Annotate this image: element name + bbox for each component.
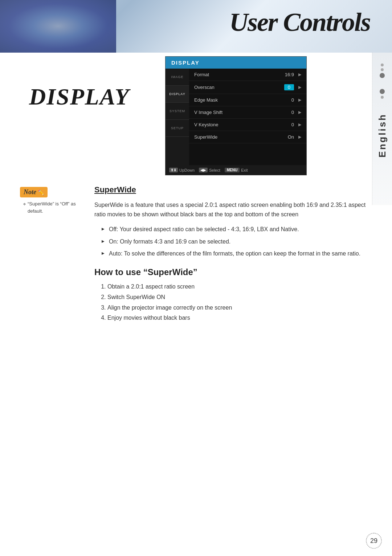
osd-vkeystone-arrow: ▶ [298, 122, 301, 127]
dot [380, 89, 385, 94]
osd-format-value: 16:9 [285, 72, 294, 77]
dot-group-1 [380, 64, 385, 78]
osd-row-overscan[interactable]: Overscan 0 ▶ [189, 81, 306, 94]
dot-group-2 [380, 89, 385, 99]
osd-content: Format 16:9 ▶ Overscan 0 ▶ Edge Mask 0 ▶ [189, 69, 306, 165]
osd-format-label: Format [194, 72, 209, 77]
osd-sidebar-image[interactable]: IMAGE [166, 69, 189, 86]
osd-select-btn: ◀▶ Select [199, 168, 220, 172]
dot [381, 96, 384, 99]
osd-vkeystone-value: 0 [291, 122, 294, 127]
header: User Controls [0, 0, 392, 53]
superwide-section-title: SuperWide [94, 185, 370, 195]
osd-updown-label: UpDown [179, 168, 195, 172]
dot [381, 64, 384, 66]
superwide-bullets: Off: Your desired aspect ratio can be se… [102, 225, 370, 258]
osd-vimageshift-label: V Image Shift [194, 110, 222, 115]
osd-menu-btn: MENU Exit [225, 168, 248, 172]
main-content: SuperWide SuperWide is a feature that us… [22, 185, 370, 323]
osd-superwide-arrow: ▶ [298, 135, 301, 139]
dot [380, 73, 385, 78]
osd-row-edgemask[interactable]: Edge Mask 0 ▶ [189, 94, 306, 106]
menu-key: MENU [225, 168, 240, 172]
osd-sidebar: IMAGE DISPLAY SYSTEM SETUP [166, 69, 189, 165]
osd-superwide-value: On [288, 134, 294, 140]
page-number: 29 [366, 533, 382, 549]
right-decoration: English [372, 53, 392, 205]
osd-exit-label: Exit [241, 168, 248, 172]
dot [381, 68, 384, 71]
step-2: Switch SuperWide ON [107, 292, 370, 303]
osd-vimageshift-value: 0 [291, 110, 294, 115]
osd-header: Display [166, 57, 306, 69]
superwide-description: SuperWide is a feature that uses a speci… [94, 200, 370, 219]
updown-icon: ⬆⬇ [169, 168, 178, 172]
osd-row-superwide[interactable]: SuperWide On ▶ [189, 131, 306, 143]
bullet-item-on: On: Only formats 4:3 and 16:9 can be sel… [102, 237, 370, 246]
osd-menu: Display IMAGE DISPLAY SYSTEM SETUP Forma… [165, 56, 307, 175]
osd-select-label: Select [209, 168, 220, 172]
how-to-title: How to use “SuperWide” [94, 267, 370, 277]
osd-vimageshift-arrow: ▶ [298, 110, 301, 115]
osd-sidebar-setup[interactable]: SETUP [166, 120, 189, 137]
osd-row-vimageshift[interactable]: V Image Shift 0 ▶ [189, 106, 306, 119]
how-to-steps: Obtain a 2.0:1 aspect ratio screen Switc… [107, 282, 370, 323]
osd-row-format[interactable]: Format 16:9 ▶ [189, 69, 306, 81]
osd-footer: ⬆⬇ UpDown ◀▶ Select MENU Exit [166, 165, 306, 175]
lens-decoration [0, 0, 116, 53]
step-3: Align the projector image correctly on t… [107, 303, 370, 313]
bullet-item-auto: Auto: To solve the differences of the fi… [102, 249, 370, 258]
osd-edgemask-arrow: ▶ [298, 98, 301, 102]
osd-sidebar-display[interactable]: DISPLAY [166, 86, 189, 103]
osd-vkeystone-label: V Keystone [194, 122, 219, 127]
osd-overscan-value: 0 [284, 84, 294, 90]
osd-overscan-label: Overscan [194, 85, 215, 90]
osd-body: IMAGE DISPLAY SYSTEM SETUP Format 16:9 ▶… [166, 69, 306, 165]
osd-updown-btn: ⬆⬇ UpDown [169, 168, 195, 172]
osd-edgemask-value: 0 [291, 97, 294, 103]
page-title: User Controls [229, 7, 370, 37]
content-indented: SuperWide SuperWide is a feature that us… [94, 185, 370, 323]
osd-sidebar-system[interactable]: SYSTEM [166, 103, 189, 120]
osd-overscan-arrow: ▶ [298, 85, 301, 90]
osd-empty-space [189, 143, 306, 165]
osd-superwide-label: SuperWide [194, 134, 217, 140]
osd-row-vkeystone[interactable]: V Keystone 0 ▶ [189, 119, 306, 131]
step-1: Obtain a 2.0:1 aspect ratio screen [107, 282, 370, 292]
english-label: English [377, 113, 388, 158]
osd-format-arrow: ▶ [298, 72, 301, 77]
display-section-title: DISPLAY [29, 83, 130, 110]
select-icon: ◀▶ [199, 168, 208, 172]
osd-edgemask-label: Edge Mask [194, 97, 218, 103]
step-4: Enjoy movies without black bars [107, 313, 370, 323]
bullet-item-off: Off: Your desired aspect ratio can be se… [102, 225, 370, 234]
